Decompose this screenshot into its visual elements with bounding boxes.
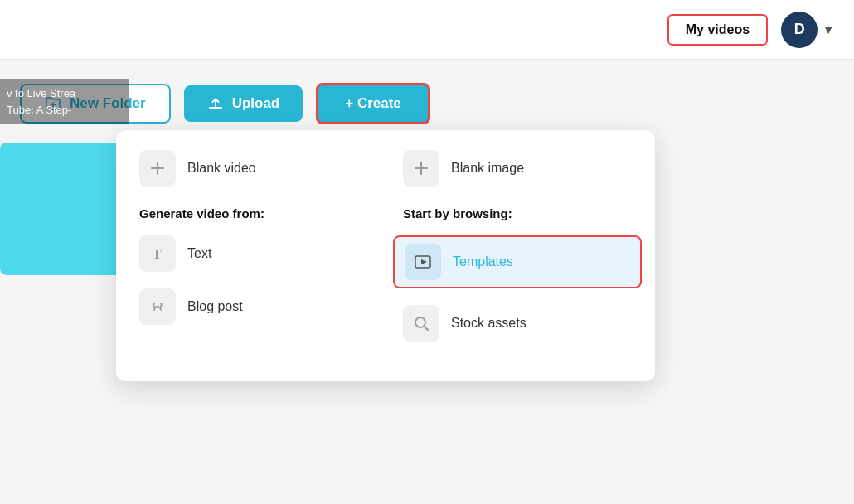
blank-video-icon (139, 150, 176, 187)
background-cyan-block (0, 143, 129, 275)
templates-item[interactable]: Templates (393, 235, 642, 288)
stock-assets-label: Stock assets (451, 316, 526, 331)
upload-icon (207, 95, 224, 112)
bottom-text-line1: v to Live Strea (7, 85, 122, 102)
svg-marker-9 (421, 259, 427, 264)
svg-text:T: T (153, 247, 162, 261)
blank-image-label: Blank image (451, 161, 524, 176)
blog-post-label: Blog post (187, 299, 243, 314)
my-videos-button[interactable]: My videos (667, 14, 768, 46)
svg-line-11 (425, 327, 429, 331)
text-icon: T (139, 235, 176, 272)
top-bar: My videos D ▼ (0, 0, 854, 60)
templates-icon (405, 244, 441, 280)
upload-button[interactable]: Upload (184, 85, 303, 122)
chevron-down-icon: ▼ (822, 23, 834, 36)
dropdown-left-col: Blank video Generate video from: T Text (139, 150, 386, 358)
bottom-text-snippet: v to Live Strea Tube: A Step- (0, 79, 129, 124)
create-dropdown-menu: Blank video Generate video from: T Text (116, 130, 655, 381)
dropdown-grid: Blank video Generate video from: T Text (139, 150, 632, 358)
action-buttons-row: New Folder Upload + Create (20, 83, 834, 124)
text-label: Text (187, 246, 211, 261)
create-label: + Create (345, 95, 401, 112)
create-button[interactable]: + Create (316, 83, 430, 124)
stock-assets-item[interactable]: Stock assets (403, 305, 632, 342)
stock-assets-icon (403, 305, 439, 342)
blank-video-label: Blank video (187, 161, 256, 176)
upload-label: Upload (232, 95, 280, 112)
avatar: D (781, 12, 818, 48)
text-item[interactable]: T Text (139, 235, 369, 272)
user-menu[interactable]: D ▼ (781, 12, 834, 48)
generate-section-title: Generate video from: (139, 206, 369, 220)
blog-post-item[interactable]: Blog post (139, 288, 369, 325)
dropdown-right-col: Blank image Start by browsing: Templates (386, 150, 632, 358)
blog-post-icon (139, 288, 176, 325)
bottom-text-line2: Tube: A Step- (7, 102, 122, 119)
blank-image-item[interactable]: Blank image (403, 150, 632, 187)
blank-image-icon (403, 150, 439, 187)
blank-video-item[interactable]: Blank video (139, 150, 369, 187)
browse-section-title: Start by browsing: (403, 206, 632, 220)
main-content: New Folder Upload + Create (0, 60, 854, 124)
templates-label: Templates (453, 254, 513, 269)
